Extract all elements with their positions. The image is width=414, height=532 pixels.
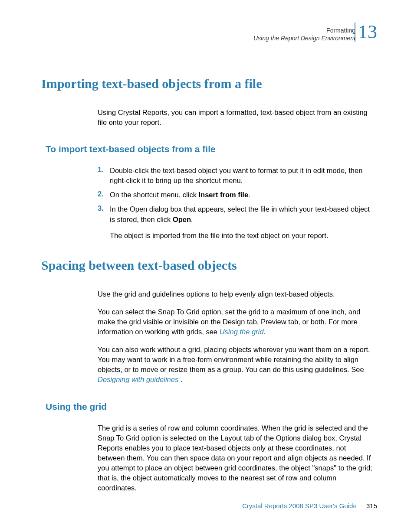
- footer-title: Crystal Reports 2008 SP3 User's Guide: [242, 502, 357, 509]
- step-pre: On the shortcut menu, click: [110, 191, 199, 199]
- body-paragraph: You can select the Snap To Grid option, …: [98, 307, 374, 337]
- body-paragraph: Use the grid and guidelines options to h…: [98, 289, 374, 299]
- chapter-label: Formatting: [253, 27, 355, 34]
- body-paragraph: The grid is a series of row and column c…: [98, 423, 374, 493]
- heading-importing: Importing text-based objects from a file: [41, 76, 377, 91]
- list-item: 2. On the shortcut menu, click Insert fr…: [98, 190, 374, 200]
- heading-spacing: Spacing between text-based objects: [41, 258, 377, 273]
- page-header: Formatting Using the Report Design Envir…: [41, 25, 377, 46]
- intro-paragraph: Using Crystal Reports, you can import a …: [98, 108, 374, 127]
- step-number: 2.: [98, 190, 110, 200]
- step-number: 3.: [98, 204, 110, 224]
- step-post: .: [191, 215, 193, 223]
- subheading-using-the-grid: Using the grid: [46, 401, 377, 412]
- step-number: 1.: [98, 166, 110, 186]
- chapter-number: 13: [355, 23, 377, 42]
- steps-list: 1. Double-click the text-based object yo…: [98, 166, 374, 224]
- step-text: Double-click the text-based object you w…: [110, 166, 374, 186]
- footer-page-number: 315: [366, 502, 377, 509]
- list-item: 1. Double-click the text-based object yo…: [98, 166, 374, 186]
- step-pre: In the Open dialog box that appears, sel…: [110, 205, 370, 223]
- step-bold: Open: [173, 215, 191, 223]
- result-paragraph: The object is imported from the file int…: [110, 231, 374, 241]
- step-post: .: [248, 191, 250, 199]
- body-paragraph: You can also work without a grid, placin…: [98, 345, 374, 385]
- para-text: .: [178, 375, 182, 383]
- step-bold: Insert from file: [199, 191, 249, 199]
- step-text: On the shortcut menu, click Insert from …: [110, 190, 374, 200]
- list-item: 3. In the Open dialog box that appears, …: [98, 204, 374, 224]
- subheading-to-import: To import text-based objects from a file: [46, 144, 377, 154]
- breadcrumb: Using the Report Design Environment: [253, 35, 355, 42]
- step-text: In the Open dialog box that appears, sel…: [110, 204, 374, 224]
- para-text: You can also work without a grid, placin…: [98, 346, 370, 373]
- para-text: .: [263, 328, 266, 336]
- link-designing-with-guidelines[interactable]: Designing with guidelines: [98, 375, 178, 383]
- link-using-the-grid[interactable]: Using the grid: [220, 328, 264, 336]
- page-footer: Crystal Reports 2008 SP3 User's Guide 31…: [242, 502, 377, 509]
